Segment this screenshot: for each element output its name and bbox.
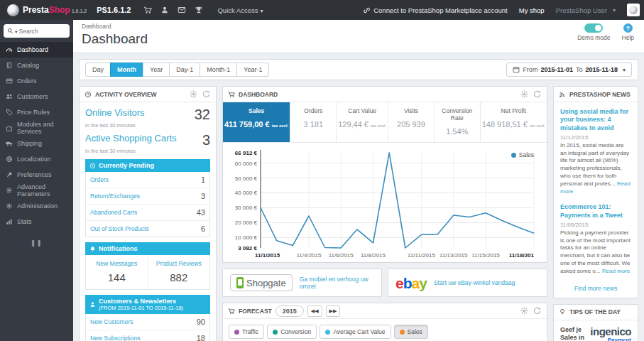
sidebar-item-customers[interactable]: Customers [0,89,73,104]
forecast-toggle-conversion[interactable]: Conversion [267,325,317,339]
tab-month[interactable]: Month [110,63,143,77]
shopgate-phone-icon [236,277,244,288]
news-article-title[interactable]: Ecommerce 101: Payments in a Tweet [560,203,631,220]
cart-icon[interactable] [139,0,156,20]
active-carts-subtext: in the last 30 minutes [85,148,210,154]
svg-text:11/15/2015: 11/15/2015 [471,252,500,259]
sidebar-search[interactable] [4,24,70,38]
kpi-cart-value[interactable]: Cart Value129,44 € tax excl. [337,102,388,142]
find-more-news-link[interactable]: Find more news [560,285,631,292]
sidebar-item-catalog[interactable]: Catalog [0,58,73,73]
tab-day[interactable]: Day [85,63,111,77]
svg-text:11/1/2015: 11/1/2015 [255,252,280,259]
kpi-conversion-rate[interactable]: Conversion Rate1.54% [435,102,481,142]
forecast-title: FORECAST [239,308,272,315]
breadcrumb: Dashboard [73,20,644,30]
help-control: ? Help [622,23,634,41]
tab-year[interactable]: Year [143,63,170,77]
activity-refresh-icon[interactable] [202,90,211,99]
ebay-banner: ebay Start uw eBay-winkel vandaag [388,269,547,297]
shopgate-link[interactable]: Ga mobiel en verhoog uw omzet [300,276,374,290]
sidebar-item-modules[interactable]: Modules and Services [0,120,73,136]
svg-text:30 000 €: 30 000 € [235,205,258,211]
currently-pending-header: Currently Pending [85,159,210,172]
sidebar-collapse-button[interactable]: ❚❚ [0,239,73,247]
forecast-cart-icon [228,308,235,315]
kpi-orders[interactable]: Orders3 181 [290,102,337,142]
sidebar: Dashboard Catalog Orders Customers Price… [0,20,73,341]
period-tabs: Day Month Year Day-1 Month-1 Year-1 [85,63,269,77]
sidebar-item-administration[interactable]: Administration [0,198,73,214]
quick-access-menu[interactable]: Quick Access [217,6,263,14]
kpi-sales[interactable]: Sales411 759,00 € tax excl. [223,102,290,142]
forecast-settings-icon[interactable] [520,306,529,315]
administration-icon [6,202,13,210]
sidebar-item-advanced-parameters[interactable]: Advanced Parameters [0,183,73,198]
tab-month-1[interactable]: Month-1 [200,63,237,77]
activity-icon [84,91,92,98]
sidebar-item-localization[interactable]: Localization [0,151,73,167]
demo-mode-toggle[interactable] [584,23,603,33]
sidebar-item-preferences[interactable]: Preferences [0,167,73,183]
forecast-toggle-average-cart-value[interactable]: Average Cart Value [320,325,391,339]
prestashop-logo[interactable]: PrestaShop1.6.1.2 [0,4,94,16]
shipping-icon [6,140,13,147]
search-input[interactable] [19,28,58,35]
kpi-row: Sales411 759,00 € tax excl. Orders3 181 … [223,102,547,143]
lightbulb-icon [559,308,566,315]
sidebar-item-shipping[interactable]: Shipping [0,136,73,151]
forecast-next-button[interactable]: ▶▶ [326,305,341,317]
tab-year-1[interactable]: Year-1 [236,63,269,77]
forecast-toggle-traffic[interactable]: Traffic [229,325,264,339]
ingenico-logo: ingenico Payment services [590,326,631,341]
user-menu[interactable]: PrestaShop User [556,6,616,14]
tips-title: TIPS OF THE DAY [569,308,621,315]
sales-chart-area: 66 912 €60 000 €50 000 €40 000 €30 000 €… [223,143,547,262]
main-content: Day Month Year Day-1 Month-1 Year-1 From… [73,53,644,341]
sidebar-item-stats[interactable]: Stats [0,214,73,229]
online-visitors-subtext: in the last 30 minutes [85,122,210,129]
demo-mode-control: Demo mode [577,23,610,41]
trophy-icon[interactable] [190,0,207,20]
active-carts-link[interactable]: Active Shopping Carts [85,133,177,144]
forecast-prev-button[interactable]: ◀◀ [307,305,322,317]
svg-text:66 912 €: 66 912 € [235,150,258,156]
activity-settings-icon[interactable] [189,90,198,99]
news-article-date: 11/12/2015 [560,134,631,141]
customers-quick-icon[interactable] [156,0,173,20]
read-more-link[interactable]: Read more [602,268,631,274]
news-icon [559,91,566,98]
online-visitors-link[interactable]: Online Visitors [85,107,145,118]
ebay-link[interactable]: Start uw eBay-winkel vandaag [434,279,515,286]
svg-text:11/11/2015: 11/11/2015 [408,252,435,259]
svg-text:11/13/2015: 11/13/2015 [440,252,468,259]
user-avatar[interactable] [627,4,640,16]
my-shop-link[interactable]: My shop [519,6,545,14]
search-scope-caret-icon[interactable] [15,27,18,35]
sidebar-item-orders[interactable]: Orders [0,73,73,89]
sidebar-item-price-rules[interactable]: Price Rules [0,104,73,120]
marketplace-link[interactable]: Connect to PrestaShop Marketplace accoun… [363,6,508,14]
dashboard-settings-icon[interactable] [520,90,529,99]
link-icon [363,6,371,14]
sidebar-item-dashboard[interactable]: Dashboard [0,42,73,58]
forecast-toggle-sales[interactable]: Sales [394,325,428,339]
product-reviews-cell[interactable]: Product Reviews882 [148,255,210,289]
kpi-visits[interactable]: Visits205 939 [388,102,435,142]
news-article: Ecommerce 101: Payments in a Tweet 11/05… [560,203,631,275]
prestashop-news-panel: PRESTASHOP NEWS Using social media for y… [553,86,638,298]
tab-day-1[interactable]: Day-1 [169,63,200,77]
forecast-refresh-icon[interactable] [533,306,542,315]
customers-newsletters-header: Customers & Newsletters(FROM 2015-11-01 … [85,295,210,314]
help-icon[interactable]: ? [623,23,633,33]
catalog-icon [6,62,13,69]
news-article-title[interactable]: Using social media for your business: 4 … [560,108,631,132]
messages-icon[interactable] [173,0,190,20]
new-messages-cell[interactable]: New Messages144 [86,255,148,289]
activity-title: ACTIVITY OVERVIEW [95,91,157,98]
date-range-button[interactable]: From2015-11-01 To2015-11-18 [506,63,632,77]
dashboard-refresh-icon[interactable] [533,90,542,99]
online-visitors-value: 32 [195,107,210,121]
kpi-net-profit[interactable]: Net Profit148 918,51 € tax excl. [481,102,547,142]
sales-legend-label: Sales [519,151,534,158]
